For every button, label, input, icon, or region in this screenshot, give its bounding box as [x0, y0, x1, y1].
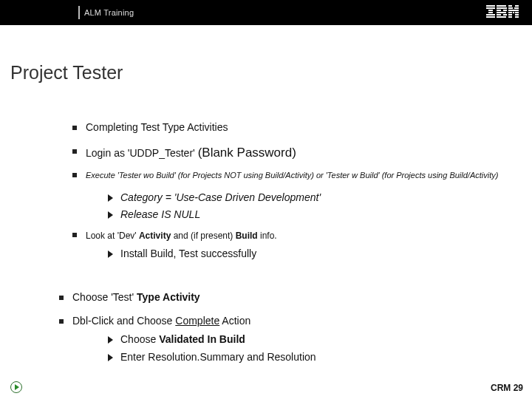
bullet-text: Choose 'Test' Type Activity	[72, 291, 200, 304]
arrow-bullet-icon	[108, 250, 113, 258]
bullet-choose-test: Choose 'Test' Type Activity	[59, 291, 514, 304]
bullet-look-at: Look at 'Dev' Activity and (if present) …	[72, 231, 514, 242]
text-part: Type Activity	[137, 291, 200, 303]
svg-rect-23	[508, 14, 512, 16]
bullet-completing: Completing Test Type Activities	[72, 121, 514, 134]
header-divider	[78, 6, 80, 19]
sub-list: Category = 'Use-Case Driven Development'…	[108, 191, 514, 222]
svg-rect-4	[486, 14, 495, 16]
bullet-execute: Execute 'Tester wo Build' (for Projects …	[72, 171, 514, 181]
svg-rect-20	[508, 12, 512, 13]
arrow-bullet-icon	[108, 194, 113, 202]
play-triangle-icon	[15, 384, 19, 390]
square-bullet-icon	[72, 233, 77, 237]
bullet-text: Dbl-Click and Choose Complete Action	[72, 315, 250, 328]
sub-bullet: Release IS NULL	[108, 208, 514, 222]
sub-text: Release IS NULL	[120, 208, 200, 222]
bullet-text: Login as 'UDDP_Tester' (Blank Password)	[86, 145, 296, 160]
svg-rect-10	[497, 12, 506, 13]
svg-rect-1	[486, 7, 495, 9]
svg-rect-13	[497, 16, 506, 18]
text-part: Login as 'UDDP_Tester'	[86, 147, 198, 159]
sub-text: Choose Validated In Build	[120, 333, 245, 347]
slide: ALM Training	[0, 0, 532, 399]
text-part: Activity	[139, 231, 171, 241]
svg-rect-6	[497, 5, 506, 7]
slide-title: Project Tester	[10, 62, 123, 83]
svg-rect-16	[508, 7, 513, 9]
svg-rect-12	[503, 14, 507, 16]
svg-rect-18	[508, 10, 514, 11]
square-bullet-icon	[59, 319, 64, 324]
header-bar: ALM Training	[0, 0, 532, 25]
text-part: Complete	[175, 315, 219, 327]
svg-rect-11	[497, 14, 501, 16]
text-part: Validated In Build	[159, 333, 245, 345]
svg-rect-7	[497, 7, 507, 9]
text-part: Choose	[120, 333, 159, 345]
sub-text: Install Build, Test successfully	[120, 248, 256, 261]
sub-list: Choose Validated In Build Enter Resoluti…	[108, 333, 514, 364]
arrow-bullet-icon	[108, 211, 113, 219]
svg-rect-26	[515, 16, 519, 18]
svg-rect-24	[515, 14, 519, 16]
sub-bullet: Category = 'Use-Case Driven Development'	[108, 191, 514, 205]
square-bullet-icon	[72, 126, 77, 130]
sub-bullet: Install Build, Test successfully	[108, 248, 514, 261]
svg-rect-3	[488, 12, 493, 13]
footer-play[interactable]	[10, 381, 22, 393]
svg-rect-14	[508, 5, 512, 7]
text-part: Build	[236, 231, 258, 241]
bullet-text: Execute 'Tester wo Build' (for Projects …	[86, 171, 498, 181]
text-part: Action	[219, 315, 250, 327]
text-part: Choose 'Test'	[72, 291, 137, 303]
sub-bullet: Choose Validated In Build	[108, 333, 514, 347]
footer-page: CRM 29	[491, 383, 523, 393]
svg-rect-2	[488, 10, 493, 11]
bullet-text: Completing Test Type Activities	[86, 121, 228, 134]
svg-rect-17	[514, 7, 519, 9]
text-part: and (if present)	[171, 231, 235, 241]
text-part: Dbl-Click and Choose	[72, 315, 175, 327]
svg-rect-15	[515, 5, 519, 7]
bullet-dblclick: Dbl-Click and Choose Complete Action	[59, 315, 514, 328]
ibm-logo	[486, 5, 519, 21]
square-bullet-icon	[59, 296, 64, 300]
svg-rect-21	[513, 12, 514, 13]
content: Completing Test Type Activities Login as…	[72, 121, 514, 269]
svg-rect-25	[508, 16, 512, 18]
text-part: Look at 'Dev'	[86, 231, 139, 241]
text-part: (Blank Password)	[198, 146, 296, 160]
svg-rect-22	[515, 12, 519, 13]
arrow-bullet-icon	[108, 336, 113, 344]
header-text: ALM Training	[84, 8, 134, 17]
square-bullet-icon	[72, 149, 77, 154]
svg-rect-5	[486, 16, 495, 18]
svg-rect-8	[497, 10, 501, 11]
sub-text: Enter Resolution.Summary and Resolution	[120, 351, 316, 364]
square-bullet-icon	[72, 173, 77, 177]
svg-rect-19	[514, 10, 519, 11]
text-part: info.	[258, 231, 277, 241]
sub-list: Install Build, Test successfully	[108, 248, 514, 261]
sub-bullet: Enter Resolution.Summary and Resolution	[108, 351, 514, 364]
play-icon	[10, 381, 22, 393]
content-lower: Choose 'Test' Type Activity Dbl-Click an…	[59, 291, 514, 372]
bullet-login: Login as 'UDDP_Tester' (Blank Password)	[72, 145, 514, 160]
arrow-bullet-icon	[108, 354, 113, 361]
sub-text: Category = 'Use-Case Driven Development'	[120, 191, 321, 205]
svg-rect-9	[503, 10, 507, 11]
svg-rect-0	[486, 5, 495, 7]
bullet-text: Look at 'Dev' Activity and (if present) …	[86, 231, 277, 242]
